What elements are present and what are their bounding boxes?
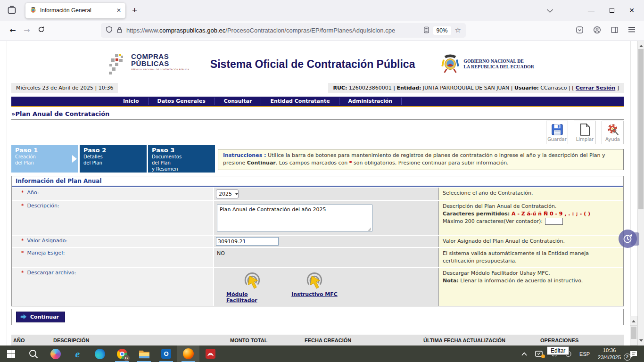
year-select[interactable]: 2025 (216, 189, 239, 198)
form-row-esigef: *Maneja Esigef: NO El sistema valida aut… (12, 247, 623, 267)
taskbar-firefox-button[interactable] (177, 346, 199, 362)
clear-button[interactable]: Limpiar (574, 121, 596, 144)
table-scrollbar[interactable] (630, 316, 637, 346)
logout-link[interactable]: Cerrar Sesión (576, 85, 615, 91)
window-close-button[interactable]: ✕ (622, 0, 641, 21)
step-2[interactable]: Paso 2 Detalles del Plan (80, 145, 147, 173)
page-scrollbar-thumb[interactable] (638, 49, 644, 209)
forward-icon[interactable]: → (20, 26, 34, 35)
form-row-download: *Descargar archivo: Módulo Facilitad (12, 267, 623, 306)
web-page: COMPRAS PÚBLICAS SERVICIO NACIONAL DE CO… (0, 41, 637, 346)
scrollbar-up-icon[interactable] (639, 43, 643, 47)
blank-page-icon (579, 123, 591, 136)
scrollbar-down-icon[interactable] (639, 339, 643, 344)
tab-favicon-icon (30, 6, 37, 15)
notification-center-icon[interactable]: 2 (627, 350, 640, 358)
form-section-title: Información del Plan Anual (12, 176, 623, 187)
screen: Información General ✕ + — ✕ ← → https://… (0, 0, 644, 362)
window-minimize-button[interactable]: — (582, 0, 601, 21)
taskbar-clock[interactable]: 10:36 23/4/2025 (596, 347, 623, 361)
edit-tooltip: Editar (547, 346, 569, 355)
logo-line1: COMPRAS (131, 53, 189, 60)
tray-app-icon[interactable] (534, 351, 544, 357)
step-1[interactable]: Paso 1 Creación del Plan (11, 145, 78, 173)
reload-icon[interactable] (34, 26, 48, 35)
menu-hamburger-icon[interactable] (628, 26, 636, 34)
gov-line2: LA REPUBLICA DEL ECUADOR (463, 64, 534, 70)
tab-close-icon[interactable]: ✕ (116, 7, 121, 14)
tracking-shield-icon[interactable] (106, 26, 113, 35)
nav-item-entidad-contratante[interactable]: Entidad Contratante (261, 97, 339, 106)
nav-item-administracion[interactable]: Administración (339, 97, 402, 106)
info-bar: Miércoles 23 de Abril de 2025 | 10:36 RU… (11, 82, 624, 93)
resize-handle-icon[interactable] (367, 227, 372, 231)
nav-item-datos-generales[interactable]: Datos Generales (149, 97, 215, 106)
reader-mode-icon[interactable] (423, 26, 429, 35)
edge-icon (95, 349, 105, 359)
session-box: RUC: 1260023860001 | Entidad: JUNTA PARR… (328, 83, 624, 93)
url-bar[interactable]: https://www.compraspublicas.gob.ec/Proce… (101, 23, 466, 38)
step-3[interactable]: Paso 3 Documentos del Plan y Resumen (148, 145, 215, 173)
taskbar-outlook-button[interactable]: O (155, 346, 177, 362)
taskbar-search-button[interactable] (22, 346, 44, 362)
continue-bar: Continuar (11, 309, 624, 325)
chrome-profile-badge: G (124, 355, 130, 361)
search-icon (28, 349, 39, 359)
taskbar-acrobat-button[interactable] (199, 346, 222, 362)
download-instructions-link[interactable]: Instructivo MFC (289, 271, 340, 304)
note-label: Nota: (443, 278, 459, 284)
continue-button[interactable]: Continuar (16, 312, 65, 322)
tab-strip: Información General ✕ + — ✕ (0, 0, 644, 21)
assigned-value-input[interactable] (216, 237, 279, 246)
back-icon[interactable]: ← (6, 26, 20, 35)
nav-item-inicio[interactable]: Inicio (114, 97, 148, 106)
scroll-up-icon[interactable] (630, 318, 637, 326)
assigned-value-label: Valor Asignado: (27, 238, 68, 244)
browser-tab[interactable]: Información General ✕ (25, 3, 125, 18)
sidebar-icon[interactable] (611, 26, 619, 35)
ruc-label: RUC: (333, 85, 347, 91)
firefox-view-icon[interactable] (5, 3, 19, 17)
help-button[interactable]: Ayuda (602, 121, 624, 144)
compras-publicas-logo: COMPRAS PÚBLICAS SERVICIO NACIONAL DE CO… (108, 53, 189, 75)
bookmark-star-icon[interactable]: ☆ (455, 27, 461, 34)
floating-clock-widget[interactable] (619, 230, 639, 248)
window-maximize-button[interactable] (603, 0, 621, 21)
mosaic-icon (108, 53, 128, 75)
description-textarea[interactable]: Plan Anual de Contratación del año 2025 (217, 205, 372, 231)
save-button[interactable]: Guardar (546, 121, 568, 144)
new-tab-button[interactable]: + (132, 5, 137, 16)
ecuador-crest-icon (441, 53, 460, 75)
download-module-link[interactable]: Módulo Facilitador (226, 271, 278, 304)
clear-label: Limpiar (576, 137, 594, 142)
taskbar-explorer-button[interactable] (133, 346, 155, 362)
zoom-level-indicator[interactable]: 90% (433, 26, 451, 35)
click-download-icon (241, 271, 263, 291)
taskbar-chrome-button[interactable]: G (111, 346, 133, 362)
datetime-box: Miércoles 23 de Abril de 2025 | 10:36 (11, 83, 118, 93)
col-descripcion: DESCRIPCIÓN (51, 335, 228, 346)
user-value: CCarrasco (539, 85, 567, 91)
firefox-icon (183, 348, 194, 359)
plan-form: Información del Plan Anual *Año: 2025 Se… (11, 176, 624, 306)
instructions-label: Instrucciones : (223, 152, 266, 158)
taskbar-edge-button[interactable] (89, 346, 111, 362)
url-text[interactable]: https://www.compraspublicas.gob.ec/Proce… (126, 27, 420, 34)
pocket-icon[interactable] (576, 26, 584, 35)
main-nav: Inicio Datos Generales Consultar Entidad… (11, 97, 624, 106)
taskbar-copilot-button[interactable] (44, 346, 66, 362)
user-label: Usuario: (514, 85, 539, 91)
list-tabs-icon[interactable] (540, 0, 559, 21)
allowed-chars: A - Z á-ú ñ Ñ 0 - 9 , . : ; - ( ) (512, 211, 590, 217)
table-scrollbar-thumb[interactable] (631, 327, 636, 339)
nav-item-consultar[interactable]: Consultar (215, 97, 261, 106)
account-icon[interactable] (593, 26, 601, 35)
copilot-icon (50, 349, 61, 359)
start-button[interactable] (0, 346, 22, 362)
browser-toolbar: ← → https://www.compraspublicas.gob.ec/P… (0, 21, 644, 41)
language-indicator[interactable]: ESP (578, 351, 592, 357)
taskbar-ie-button[interactable]: e (66, 346, 89, 362)
lock-icon[interactable] (116, 26, 123, 35)
tray-expand-icon[interactable] (519, 352, 529, 356)
page-scrollbar[interactable] (637, 41, 644, 346)
